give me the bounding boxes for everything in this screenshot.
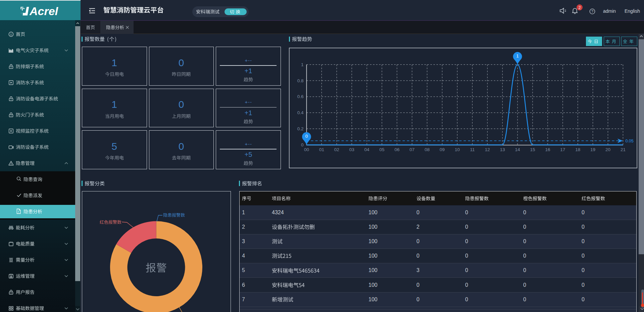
svg-text:19: 19 <box>590 147 595 152</box>
svg-text:18: 18 <box>575 147 580 152</box>
svg-text:0.4: 0.4 <box>297 110 304 115</box>
svg-text:14: 14 <box>515 147 521 152</box>
svg-text:0.6: 0.6 <box>297 94 304 99</box>
svg-text:1: 1 <box>301 62 304 67</box>
svg-text:01: 01 <box>319 147 324 152</box>
svg-text:11: 11 <box>470 147 475 152</box>
svg-text:07: 07 <box>409 147 414 152</box>
svg-text:12: 12 <box>485 147 490 152</box>
svg-text:13: 13 <box>500 147 505 152</box>
svg-text:21: 21 <box>621 147 626 152</box>
svg-text:15: 15 <box>530 147 535 152</box>
svg-text:10: 10 <box>455 147 460 152</box>
svg-text:0.8: 0.8 <box>297 78 304 83</box>
svg-text:05: 05 <box>379 147 384 152</box>
svg-text:0: 0 <box>305 134 308 139</box>
svg-text:06: 06 <box>394 147 399 152</box>
svg-text:1: 1 <box>516 53 519 58</box>
svg-text:03: 03 <box>349 147 354 152</box>
svg-text:?: ? <box>591 9 593 13</box>
svg-text:0.2: 0.2 <box>297 126 304 131</box>
svg-text:04: 04 <box>364 147 370 152</box>
svg-text:16: 16 <box>545 147 550 152</box>
svg-text:08: 08 <box>425 147 430 152</box>
svg-text:00: 00 <box>304 147 309 152</box>
svg-text:20: 20 <box>605 147 610 152</box>
svg-text:02: 02 <box>334 147 339 152</box>
svg-text:09: 09 <box>440 147 445 152</box>
svg-text:17: 17 <box>560 147 565 152</box>
svg-text:0.05: 0.05 <box>625 139 633 143</box>
svg-text:0: 0 <box>301 142 304 147</box>
